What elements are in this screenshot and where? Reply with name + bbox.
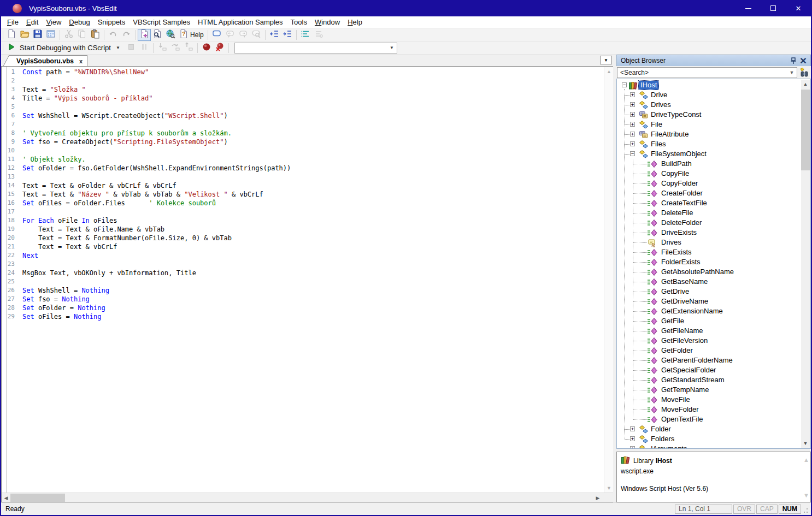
comment-bubble-button[interactable] xyxy=(210,29,223,41)
tree-item-label[interactable]: IHost xyxy=(639,81,658,90)
find-in-files-button[interactable] xyxy=(151,29,164,41)
menu-item-html-application-samples[interactable]: HTML Application Samples xyxy=(194,17,287,27)
menu-item-tools[interactable]: Tools xyxy=(287,17,311,27)
breakpoint-button[interactable] xyxy=(200,42,213,54)
tree-item-drives[interactable]: +Drives xyxy=(617,100,810,110)
tree-item-label[interactable]: FileSystemObject xyxy=(649,150,708,158)
tree-item-getfolder[interactable]: GetFolder xyxy=(617,346,810,355)
code-line-5[interactable]: 5 xyxy=(2,103,613,111)
list-marks-button[interactable] xyxy=(299,29,312,41)
tree-item-label[interactable]: File xyxy=(649,120,664,129)
tree-item-folderexists[interactable]: FolderExists xyxy=(617,257,810,267)
tree-item-label[interactable]: GetAbsolutePathName xyxy=(660,268,735,276)
tree-item-opentextfile[interactable]: OpenTextFile xyxy=(617,414,810,424)
toolbar-grip[interactable] xyxy=(3,44,3,52)
tree-item-label[interactable]: FolderExists xyxy=(660,258,702,266)
expand-icon[interactable]: + xyxy=(630,436,635,441)
editor-horizontal-scrollbar[interactable]: ◀ ▶ xyxy=(2,493,613,502)
code-line-21[interactable]: 21 Text = Text & vbCrLf xyxy=(2,242,613,251)
tree-item-getfilename[interactable]: GetFileName xyxy=(617,326,810,336)
tree-item-label[interactable]: GetSpecialFolder xyxy=(660,366,717,375)
code-line-27[interactable]: 27Set fso = Nothing xyxy=(2,295,613,304)
tree-item-label[interactable]: GetTempName xyxy=(660,385,710,394)
resize-grip[interactable] xyxy=(802,505,809,514)
web-search-button[interactable] xyxy=(164,29,177,41)
paste-button[interactable] xyxy=(89,29,102,41)
code-line-1[interactable]: 1Const path = "%WINDIR%\ShellNew" xyxy=(2,68,613,76)
scroll-down-icon[interactable]: ▼ xyxy=(801,439,810,448)
tree-item-iarguments[interactable]: +IArguments xyxy=(617,444,810,449)
tree-item-filesystemobject[interactable]: −FileSystemObject xyxy=(617,149,810,159)
tree-item-deletefile[interactable]: DeleteFile xyxy=(617,208,810,218)
expand-icon[interactable]: + xyxy=(630,102,635,107)
code-line-7[interactable]: 7 xyxy=(2,120,613,129)
toolbar-grip[interactable] xyxy=(3,31,3,39)
tree-item-folders[interactable]: +Folders xyxy=(617,434,810,444)
tree-item-label[interactable]: Drive xyxy=(649,91,669,99)
tree-item-label[interactable]: GetFileVersion xyxy=(660,336,709,345)
scrollbar-thumb[interactable] xyxy=(10,494,65,502)
open-folder-button[interactable] xyxy=(18,29,31,41)
help-button[interactable]: ?Help xyxy=(177,29,205,41)
tree-item-label[interactable]: CreateFolder xyxy=(660,189,704,198)
tree-item-drivetypeconst[interactable]: +DriveTypeConst xyxy=(617,110,810,120)
tree-item-createtextfile[interactable]: CreateTextFile xyxy=(617,198,810,208)
scroll-up-icon[interactable]: ▲ xyxy=(604,67,613,76)
tree-item-label[interactable]: GetFile xyxy=(660,317,686,325)
tree-item-label[interactable]: CopyFolder xyxy=(660,179,699,188)
scroll-right-icon[interactable]: ▶ xyxy=(593,493,602,502)
code-line-19[interactable]: 19 Text = Text & oFile.Name & vbTab xyxy=(2,225,613,234)
tree-item-label[interactable]: GetDriveName xyxy=(660,297,710,306)
collapse-icon[interactable]: − xyxy=(630,151,635,156)
code-line-13[interactable]: 13 xyxy=(2,173,613,181)
scroll-up-icon[interactable]: ▲ xyxy=(803,456,809,463)
tree-item-label[interactable]: CopyFile xyxy=(660,169,691,178)
tree-item-getdrive[interactable]: GetDrive xyxy=(617,287,810,296)
tree-item-label[interactable]: Drives xyxy=(649,100,673,109)
menu-item-view[interactable]: View xyxy=(42,17,65,27)
code-line-17[interactable]: 17 xyxy=(2,207,613,216)
tree-item-gettempname[interactable]: GetTempName xyxy=(617,385,810,395)
code-line-28[interactable]: 28Set oFolder = Nothing xyxy=(2,304,613,312)
scroll-down-icon[interactable]: ▼ xyxy=(604,483,613,493)
code-area[interactable]: 1Const path = "%WINDIR%\ShellNew"23Text … xyxy=(2,67,613,493)
scroll-up-icon[interactable]: ▲ xyxy=(801,80,810,88)
close-button[interactable]: ✕ xyxy=(786,0,811,16)
code-line-29[interactable]: 29Set oFiles = Nothing xyxy=(2,312,613,321)
tree-item-getfile[interactable]: GetFile xyxy=(617,316,810,326)
code-line-2[interactable]: 2 xyxy=(2,76,613,85)
code-line-12[interactable]: 12Set oFolder = fso.GetFolder(WshShell.E… xyxy=(2,164,613,173)
tree-item-getspecialfolder[interactable]: GetSpecialFolder xyxy=(617,365,810,375)
tree-item-label[interactable]: BuildPath xyxy=(660,159,693,168)
tree-item-createfolder[interactable]: CreateFolder xyxy=(617,188,810,198)
new-file-button[interactable] xyxy=(5,29,18,41)
tree-item-getextensionname[interactable]: GetExtensionName xyxy=(617,306,810,316)
chevron-down-icon[interactable]: ▼ xyxy=(113,45,123,50)
tree-item-label[interactable]: OpenTextFile xyxy=(660,415,705,424)
code-line-15[interactable]: 15Text = Text & "Název " & vbTab & vbTab… xyxy=(2,190,613,199)
indent-button[interactable] xyxy=(281,29,294,41)
tree-item-label[interactable]: FileExists xyxy=(660,248,693,257)
menu-item-debug[interactable]: Debug xyxy=(65,17,93,27)
tree-item-label[interactable]: MoveFile xyxy=(660,395,692,404)
scrollbar-thumb[interactable] xyxy=(801,90,810,170)
tree-item-label[interactable]: GetParentFolderName xyxy=(660,356,734,365)
code-line-25[interactable]: 25 xyxy=(2,277,613,286)
code-line-9[interactable]: 9Set fso = CreateObject("Scripting.FileS… xyxy=(2,138,613,146)
tree-item-fileattribute[interactable]: +FileAttribute xyxy=(617,129,810,139)
search-input[interactable]: <Search> ▼ xyxy=(617,67,797,78)
tree-item-label[interactable]: GetDrive xyxy=(660,287,691,296)
code-line-18[interactable]: 18For Each oFile In oFiles xyxy=(2,216,613,225)
code-line-10[interactable]: 10 xyxy=(2,146,613,155)
tree-item-getabsolutepathname[interactable]: GetAbsolutePathName xyxy=(617,267,810,277)
menu-item-snippets[interactable]: Snippets xyxy=(94,17,130,27)
tree-item-deletefolder[interactable]: DeleteFolder xyxy=(617,218,810,228)
expand-icon[interactable]: + xyxy=(630,92,635,97)
menu-item-vbscript-samples[interactable]: VBScript Samples xyxy=(129,17,194,27)
code-line-4[interactable]: 4Title = "Výpis souborů - příklad" xyxy=(2,94,613,103)
samples-wizard-button[interactable] xyxy=(138,29,151,41)
tree-item-getfileversion[interactable]: GetFileVersion xyxy=(617,336,810,346)
tree-item-getdrivename[interactable]: GetDriveName xyxy=(617,296,810,306)
tree-item-label[interactable]: CreateTextFile xyxy=(660,199,709,207)
document-list-dropdown-button[interactable]: ▼ xyxy=(600,56,612,64)
